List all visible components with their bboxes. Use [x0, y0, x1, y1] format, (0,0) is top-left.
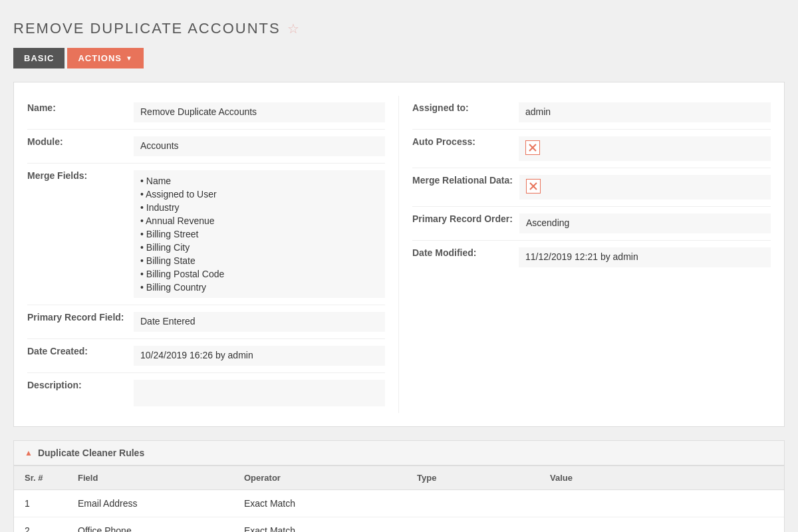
merge-relational-label: Merge Relational Data:: [412, 175, 519, 186]
merge-field-item: Billing Postal Code: [140, 267, 378, 281]
detail-panel: Name: Remove Duplicate Accounts Module: …: [13, 82, 785, 427]
primary-record-field-row: Primary Record Field: Date Entered: [27, 305, 385, 339]
rules-table-body: 1Email AddressExact Match2Office PhoneEx…: [14, 490, 784, 533]
rules-table-head: Sr. # Field Operator Type Value: [14, 466, 784, 490]
toolbar: BASIC ACTIONS: [13, 48, 785, 68]
primary-record-order-row: Primary Record Order: Ascending: [412, 207, 771, 241]
cell-value-1: [539, 490, 784, 517]
favorite-icon[interactable]: ☆: [287, 21, 301, 37]
page-title: REMOVE DUPLICATE ACCOUNTS ☆: [13, 20, 785, 37]
cell-operator-1: Exact Match: [233, 490, 406, 517]
primary-record-field-value: Date Entered: [134, 312, 385, 332]
left-column: Name: Remove Duplicate Accounts Module: …: [27, 96, 399, 413]
col-header-sr: Sr. #: [14, 466, 67, 490]
auto-process-value: [519, 136, 771, 161]
merge-relational-value: [519, 175, 771, 200]
assigned-to-label: Assigned to:: [412, 102, 519, 113]
col-header-field: Field: [67, 466, 233, 490]
detail-grid: Name: Remove Duplicate Accounts Module: …: [27, 96, 771, 413]
basic-button[interactable]: BASIC: [13, 48, 65, 68]
description-label: Description:: [27, 380, 134, 390]
date-created-label: Date Created:: [27, 346, 134, 356]
primary-record-order-label: Primary Record Order:: [412, 213, 519, 224]
primary-record-field-label: Primary Record Field:: [27, 312, 134, 323]
date-created-value: 10/24/2019 16:26 by admin: [134, 346, 385, 366]
actions-button[interactable]: ACTIONS: [67, 48, 143, 68]
cell-value-2: [539, 517, 784, 533]
merge-fields-label: Merge Fields:: [27, 170, 134, 181]
merge-fields-list: NameAssigned to UserIndustryAnnual Reven…: [134, 170, 385, 298]
merge-field-item: Billing State: [140, 254, 378, 267]
cell-field-1: Email Address: [67, 490, 233, 517]
title-text: REMOVE DUPLICATE ACCOUNTS: [13, 20, 281, 37]
date-modified-value: 11/12/2019 12:21 by admin: [519, 247, 771, 267]
table-row: 1Email AddressExact Match: [14, 490, 784, 517]
right-column: Assigned to: admin Auto Process: Merge R…: [399, 96, 771, 413]
auto-process-checkbox: [525, 140, 540, 155]
col-header-operator: Operator: [233, 466, 406, 490]
table-row: 2Office PhoneExact Match: [14, 517, 784, 533]
merge-relational-row: Merge Relational Data:: [412, 168, 771, 207]
merge-field-item: Billing City: [140, 241, 378, 254]
rules-header: ▲ Duplicate Cleaner Rules: [14, 441, 784, 466]
rules-header-row: Sr. # Field Operator Type Value: [14, 466, 784, 490]
auto-process-row: Auto Process:: [412, 130, 771, 168]
cell-type-2: [406, 517, 539, 533]
cell-sr-1: 1: [14, 490, 67, 517]
collapse-icon[interactable]: ▲: [25, 448, 33, 458]
auto-process-label: Auto Process:: [412, 136, 519, 147]
description-value: [134, 380, 385, 406]
description-row: Description:: [27, 373, 385, 413]
cell-sr-2: 2: [14, 517, 67, 533]
module-row: Module: Accounts: [27, 130, 385, 164]
name-label: Name:: [27, 102, 134, 113]
rules-section: ▲ Duplicate Cleaner Rules Sr. # Field Op…: [13, 440, 785, 532]
rules-title: Duplicate Cleaner Rules: [38, 448, 144, 458]
merge-field-item: Name: [140, 174, 378, 188]
rules-table: Sr. # Field Operator Type Value 1Email A…: [14, 466, 784, 532]
merge-field-item: Assigned to User: [140, 188, 378, 201]
date-modified-label: Date Modified:: [412, 247, 519, 258]
name-row: Name: Remove Duplicate Accounts: [27, 96, 385, 130]
cell-type-1: [406, 490, 539, 517]
col-header-type: Type: [406, 466, 539, 490]
merge-field-item: Billing Street: [140, 227, 378, 241]
module-label: Module:: [27, 136, 134, 147]
name-value: Remove Duplicate Accounts: [134, 102, 385, 122]
merge-relational-checkbox: [526, 179, 541, 194]
primary-record-order-value: Ascending: [519, 213, 771, 233]
module-value: Accounts: [134, 136, 385, 156]
merge-field-item: Industry: [140, 201, 378, 214]
merge-field-item: Billing Country: [140, 281, 378, 294]
assigned-to-value: admin: [519, 102, 771, 122]
date-created-row: Date Created: 10/24/2019 16:26 by admin: [27, 339, 385, 373]
merge-field-item: Annual Revenue: [140, 214, 378, 227]
cell-field-2: Office Phone: [67, 517, 233, 533]
assigned-to-row: Assigned to: admin: [412, 96, 771, 130]
cell-operator-2: Exact Match: [233, 517, 406, 533]
col-header-value: Value: [539, 466, 784, 490]
merge-fields-row: Merge Fields: NameAssigned to UserIndust…: [27, 164, 385, 305]
date-modified-row: Date Modified: 11/12/2019 12:21 by admin: [412, 241, 771, 274]
